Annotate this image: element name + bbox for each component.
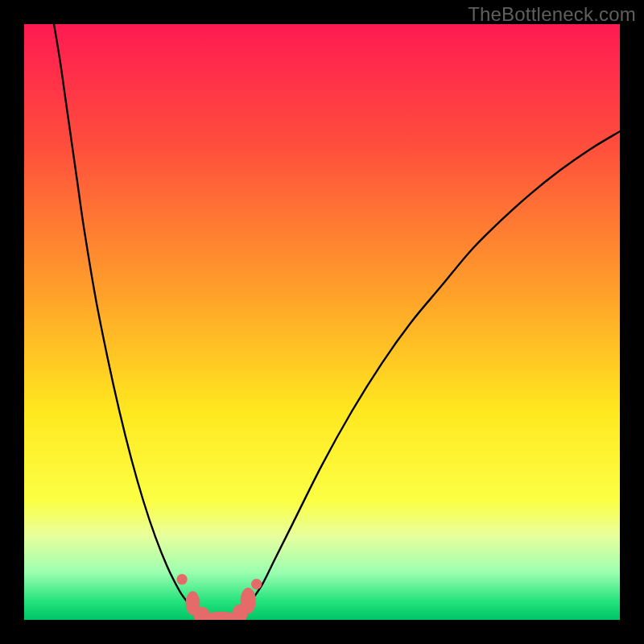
watermark-text: TheBottleneck.com [468, 3, 636, 26]
chart-background [24, 24, 620, 620]
marker-dot-left-upper [176, 574, 187, 584]
chart-frame [24, 24, 620, 620]
marker-dot-right-upper [251, 579, 262, 589]
chart-svg [24, 24, 620, 620]
marker-blob-right-2 [241, 588, 256, 614]
